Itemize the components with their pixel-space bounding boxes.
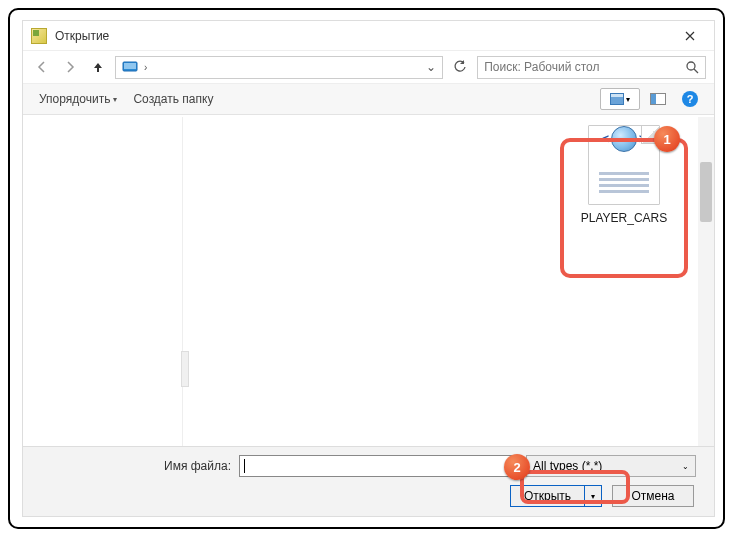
open-file-dialog: Открытие › ⌄ Поиск: Рабочий стол [22,20,715,517]
dialog-title: Открытие [55,29,670,43]
annotation-badge-2: 2 [504,454,530,480]
pane-icon [650,93,666,105]
app-icon [31,28,47,44]
xml-file-icon: <> [588,125,660,205]
view-mode-button[interactable]: ▾ [600,88,640,110]
svg-point-2 [687,62,695,70]
chevron-down-icon: ⌄ [682,462,689,471]
address-dropdown-icon[interactable]: ⌄ [422,60,440,74]
main-area: <> PLAYER_CARS [23,117,714,446]
address-bar[interactable]: › ⌄ [115,56,443,79]
open-label: Открыть [511,486,585,506]
screenshot-frame: Открытие › ⌄ Поиск: Рабочий стол [8,8,725,529]
scrollbar-thumb[interactable] [700,162,712,222]
back-button[interactable] [31,56,53,78]
chevron-right-icon: › [142,62,149,73]
cancel-label: Отмена [631,489,674,503]
open-button[interactable]: Открыть ▾ [510,485,602,507]
svg-rect-1 [124,63,136,69]
close-icon [685,31,695,41]
refresh-button[interactable] [449,56,471,78]
chevron-down-icon: ▾ [626,95,630,104]
pane-splitter[interactable] [179,311,191,446]
search-icon [685,60,699,74]
thumbnails-icon [610,93,624,105]
up-button[interactable] [87,56,109,78]
chevron-down-icon: ▾ [113,95,117,104]
filename-input[interactable] [239,455,518,477]
bottom-panel: Имя файла: All types (*.*) ⌄ Открыть ▾ О… [23,446,714,516]
new-folder-button[interactable]: Создать папку [127,88,219,110]
filter-text: All types (*.*) [533,459,602,473]
help-icon: ? [682,91,698,107]
content-scrollbar[interactable] [698,117,714,446]
forward-button[interactable] [59,56,81,78]
organize-label: Упорядочить [39,92,110,106]
close-button[interactable] [670,22,710,50]
file-type-filter[interactable]: All types (*.*) ⌄ [526,455,696,477]
desktop-icon [122,61,138,73]
cancel-button[interactable]: Отмена [612,485,694,507]
title-bar: Открытие [23,21,714,51]
open-dropdown[interactable]: ▾ [585,492,601,501]
file-name: PLAYER_CARS [574,211,674,225]
navigation-bar: › ⌄ Поиск: Рабочий стол [23,51,714,83]
filename-label: Имя файла: [41,459,231,473]
file-list[interactable]: <> PLAYER_CARS [183,117,714,446]
preview-pane-button[interactable] [644,88,672,110]
search-placeholder: Поиск: Рабочий стол [484,60,685,74]
search-box[interactable]: Поиск: Рабочий стол [477,56,706,79]
organize-button[interactable]: Упорядочить ▾ [33,88,123,110]
help-button[interactable]: ? [676,88,704,110]
navigation-pane[interactable] [23,117,183,446]
toolbar: Упорядочить ▾ Создать папку ▾ ? [23,83,714,115]
new-folder-label: Создать папку [133,92,213,106]
annotation-badge-1: 1 [654,126,680,152]
